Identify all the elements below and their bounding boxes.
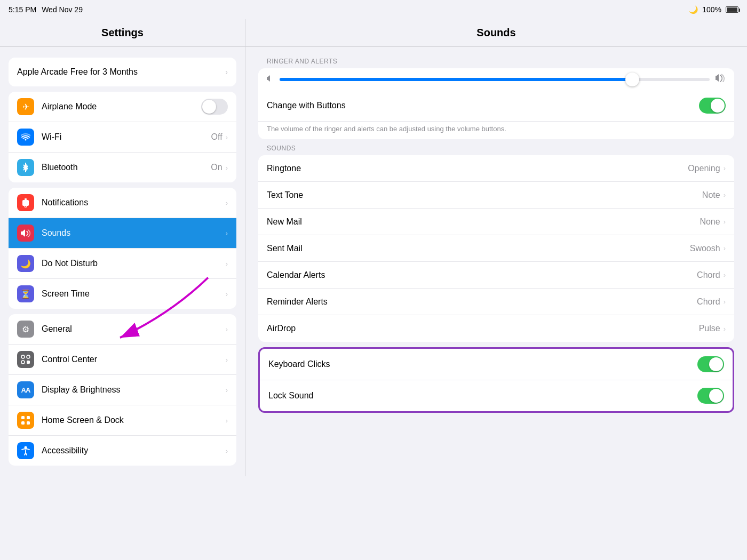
reminderalerts-label: Reminder Alerts	[267, 297, 697, 307]
sidebar-item-homescreen[interactable]: Home Screen & Dock ›	[9, 405, 236, 436]
sidebar-item-airplane[interactable]: ✈ Airplane Mode	[9, 92, 236, 122]
svg-rect-1	[25, 198, 27, 200]
sidebar-title: Settings	[101, 27, 144, 38]
sounds-section-label: SOUNDS	[258, 145, 734, 152]
sidebar: Settings Apple Arcade Free for 3 Months …	[0, 19, 245, 476]
airplane-toggle[interactable]	[201, 99, 228, 115]
accessibility-chevron: ›	[226, 447, 228, 455]
wifi-chevron: ›	[226, 133, 228, 141]
bluetooth-value: On	[211, 163, 222, 172]
change-with-buttons-label: Change with Buttons	[267, 101, 699, 110]
group-connectivity: ✈ Airplane Mode	[9, 92, 236, 182]
sentmail-row[interactable]: Sent Mail Swoosh ›	[258, 235, 734, 262]
content-body: RINGER AND ALERTS	[245, 47, 747, 560]
newmail-value: None	[700, 217, 720, 227]
status-time: 5:15 PM	[9, 5, 36, 14]
general-icon: ⚙	[17, 321, 34, 338]
content-area: Sounds RINGER AND ALERTS	[245, 19, 747, 560]
sidebar-item-screentime[interactable]: ⏳ Screen Time ›	[9, 279, 236, 309]
ringer-slider-row	[258, 68, 734, 90]
sidebar-wrapper: Settings Apple Arcade Free for 3 Months …	[0, 19, 245, 560]
notifications-label: Notifications	[42, 198, 226, 207]
volume-low-icon	[267, 75, 274, 84]
sidebar-item-accessibility[interactable]: Accessibility ›	[9, 436, 236, 466]
sidebar-item-sounds[interactable]: Sounds ›	[9, 218, 236, 249]
airplane-toggle-thumb	[202, 100, 216, 114]
volume-slider[interactable]	[280, 78, 710, 81]
ringtone-row[interactable]: Ringtone Opening ›	[258, 155, 734, 182]
sentmail-label: Sent Mail	[267, 244, 690, 253]
sentmail-chevron: ›	[724, 244, 726, 252]
svg-point-2	[21, 355, 25, 358]
sounds-label: Sounds	[42, 228, 226, 238]
calendaralerts-value: Chord	[697, 270, 720, 280]
sounds-chevron: ›	[226, 229, 228, 237]
general-label: General	[42, 324, 226, 334]
newmail-row[interactable]: New Mail None ›	[258, 209, 734, 235]
battery-percent: 100%	[702, 5, 721, 14]
reminderalerts-row[interactable]: Reminder Alerts Chord ›	[258, 289, 734, 315]
slider-thumb	[625, 73, 639, 86]
svg-rect-8	[21, 421, 25, 425]
change-with-buttons-toggle[interactable]	[699, 98, 726, 114]
sidebar-item-controlcenter[interactable]: Control Center ›	[9, 345, 236, 375]
airdrop-chevron: ›	[724, 325, 726, 333]
highlight-box: Keyboard Clicks Lock Sound	[258, 347, 734, 413]
change-with-buttons-row: Change with Buttons	[258, 90, 734, 122]
newmail-label: New Mail	[267, 217, 700, 227]
toggle-thumb	[711, 99, 725, 113]
calendaralerts-label: Calendar Alerts	[267, 270, 697, 280]
slider-fill	[280, 78, 632, 81]
texttone-chevron: ›	[724, 191, 726, 199]
wifi-icon	[17, 129, 34, 146]
sidebar-content: Apple Arcade Free for 3 Months › ✈ Airpl…	[0, 47, 245, 476]
keyboardclicks-toggle[interactable]	[697, 356, 724, 372]
wifi-value: Off	[211, 132, 222, 142]
sidebar-item-donotdisturb[interactable]: 🌙 Do Not Disturb ›	[9, 249, 236, 279]
promo-card[interactable]: Apple Arcade Free for 3 Months ›	[9, 58, 236, 86]
sidebar-item-wifi[interactable]: Wi-Fi Off ›	[9, 122, 236, 153]
status-bar-right: 🌙 100%	[689, 5, 738, 14]
sidebar-item-general[interactable]: ⚙ General ›	[9, 314, 236, 345]
notifications-chevron: ›	[226, 199, 228, 207]
displaybrightness-chevron: ›	[226, 386, 228, 394]
sidebar-item-displaybrightness[interactable]: AA Display & Brightness ›	[9, 375, 236, 405]
notifications-icon	[17, 194, 34, 211]
content-title-text: Sounds	[476, 27, 515, 38]
accessibility-label: Accessibility	[42, 446, 226, 455]
group-general: ⚙ General › Contr	[9, 314, 236, 466]
svg-point-3	[27, 355, 30, 358]
locksound-toggle[interactable]	[697, 388, 724, 404]
controlcenter-label: Control Center	[42, 355, 226, 364]
donotdisturb-icon: 🌙	[17, 255, 34, 272]
svg-point-4	[21, 361, 25, 364]
keyboardclicks-label: Keyboard Clicks	[268, 359, 697, 369]
status-date: Wed Nov 29	[42, 5, 83, 14]
airdrop-value: Pulse	[699, 324, 720, 333]
sidebar-item-bluetooth[interactable]: Bluetooth On ›	[9, 153, 236, 182]
calendaralerts-row[interactable]: Calendar Alerts Chord ›	[258, 262, 734, 289]
airdrop-label: AirDrop	[267, 324, 699, 333]
battery-icon	[726, 6, 738, 13]
newmail-chevron: ›	[724, 218, 726, 226]
airplane-label: Airplane Mode	[42, 102, 201, 111]
promo-text: Apple Arcade Free for 3 Months	[17, 67, 138, 77]
ringer-section-label: RINGER AND ALERTS	[258, 58, 734, 65]
airplane-icon: ✈	[17, 98, 34, 115]
svg-rect-5	[27, 361, 30, 364]
texttone-row[interactable]: Text Tone Note ›	[258, 182, 734, 209]
locksound-row: Lock Sound	[260, 380, 733, 411]
bluetooth-chevron: ›	[226, 164, 228, 172]
screentime-icon: ⏳	[17, 285, 34, 302]
bluetooth-icon	[17, 159, 34, 176]
homescreen-label: Home Screen & Dock	[42, 415, 226, 425]
homescreen-chevron: ›	[226, 417, 228, 425]
sidebar-item-notifications[interactable]: Notifications ›	[9, 188, 236, 218]
donotdisturb-label: Do Not Disturb	[42, 259, 226, 268]
other-group: Keyboard Clicks Lock Sound	[260, 349, 733, 411]
status-bar-left: 5:15 PM Wed Nov 29	[9, 5, 83, 14]
airdrop-row[interactable]: AirDrop Pulse ›	[258, 315, 734, 342]
screentime-label: Screen Time	[42, 289, 226, 299]
group-system: Notifications › Sounds ›	[9, 188, 236, 309]
texttone-label: Text Tone	[267, 190, 702, 200]
